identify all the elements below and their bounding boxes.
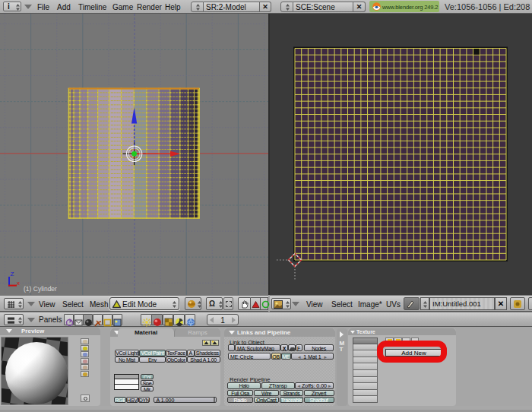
svg-text:Z: Z	[11, 271, 14, 277]
svg-text:(1) Cylinder: (1) Cylinder	[24, 285, 57, 293]
svg-text:x: x	[17, 280, 20, 287]
